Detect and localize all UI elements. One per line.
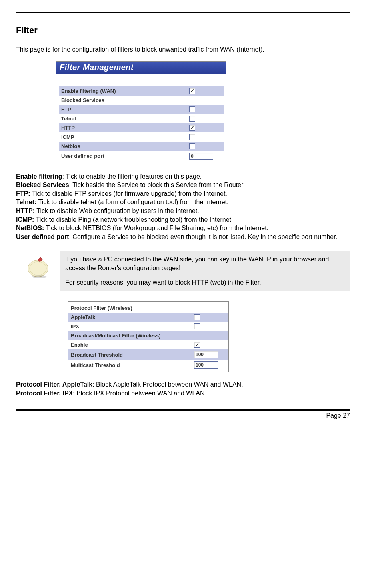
panel-row: Broadcast Threshold100 <box>68 349 228 360</box>
panel-row: Netbios <box>59 142 224 151</box>
panel-row: AppleTalk <box>68 313 228 322</box>
row-label: Enable <box>71 342 194 348</box>
definition-line: NetBIOS: Tick to block NETBIOS (for Work… <box>16 224 350 233</box>
note-callout: If you have a PC connected to the WAN si… <box>16 251 350 291</box>
text-input[interactable]: 100 <box>194 361 218 369</box>
checkbox[interactable] <box>189 116 195 122</box>
definition-line: Enable filtering: Tick to enable the fil… <box>16 172 350 181</box>
panel-row: User defined port0 <box>59 151 224 161</box>
checkbox[interactable] <box>194 323 200 329</box>
checkbox[interactable] <box>189 134 195 140</box>
panel-row: Blocked Services <box>59 96 224 105</box>
page-number: Page 27 <box>16 412 350 419</box>
note-paragraph-1: If you have a PC connected to the WAN si… <box>65 255 345 272</box>
row-label: ICMP <box>61 134 189 140</box>
definition-term: ICMP: <box>16 216 34 223</box>
definition-term: HTTP: <box>16 207 35 214</box>
definition-text: Tick to disable Web configuration by use… <box>35 207 199 214</box>
row-label: User defined port <box>61 153 189 159</box>
definition-text: Tick to disable Ping (a network troubles… <box>34 216 233 223</box>
definition-term: Blocked Services <box>16 181 69 188</box>
row-label: Netbios <box>61 143 189 149</box>
definition-text: Tick to disable telnet (a form of config… <box>36 199 228 205</box>
checkbox[interactable] <box>189 125 195 131</box>
panel-row: Multicast Threshold100 <box>68 360 228 370</box>
definition-term: NetBIOS: <box>16 225 44 231</box>
panel-row: Enable filtering (WAN) <box>59 86 224 96</box>
definition-term: Telnet: <box>16 199 36 205</box>
definition-text: : Configure a Service to be blocked even… <box>69 233 337 240</box>
definition-text: : Block IPX Protocol between WAN and WLA… <box>73 390 206 397</box>
definition-line: Protocol Filter. AppleTalk: Block AppleT… <box>16 380 350 389</box>
protocol-filter-panel: Protocol Filter (Wireless)AppleTalkIPXBr… <box>68 301 229 372</box>
definition-line: User defined port: Configure a Service t… <box>16 233 350 241</box>
pin-icon <box>16 251 60 281</box>
definition-text: Tick to block NETBIOS (for Workgroup and… <box>44 225 268 231</box>
panel-row: Enable <box>68 340 228 349</box>
row-label: HTTP <box>61 125 189 131</box>
definition-text: : Block AppleTalk Protocol between WAN a… <box>92 381 243 388</box>
checkbox[interactable] <box>189 143 195 149</box>
definition-line: ICMP: Tick to disable Ping (a network tr… <box>16 215 350 224</box>
panel-row: Protocol Filter (Wireless) <box>68 303 228 313</box>
row-label: Protocol Filter (Wireless) <box>71 305 226 311</box>
svg-point-0 <box>28 260 48 277</box>
row-label: Telnet <box>61 116 189 122</box>
checkbox[interactable] <box>194 342 200 348</box>
section-title: Filter <box>16 25 350 36</box>
definition-term: Protocol Filter. AppleTalk <box>16 381 92 388</box>
panel-header: Filter Management <box>56 62 226 74</box>
panel-row: HTTP <box>59 123 224 132</box>
panel-row: IPX <box>68 322 228 331</box>
definition-term: Protocol Filter. IPX <box>16 390 73 397</box>
text-input[interactable]: 100 <box>194 351 218 358</box>
row-label: Multicast Threshold <box>71 362 194 368</box>
row-label: Broadcast Threshold <box>71 352 194 358</box>
row-label: Broadcast/Multicast Filter (Wireless) <box>71 333 226 339</box>
row-label: Blocked Services <box>61 97 221 103</box>
filter-management-panel: Filter Management Enable filtering (WAN)… <box>56 61 226 164</box>
panel-row: Broadcast/Multicast Filter (Wireless) <box>68 331 228 340</box>
definition-line: HTTP: Tick to disable Web configuration … <box>16 207 350 215</box>
intro-text: This page is for the configuration of fi… <box>16 45 350 54</box>
checkbox[interactable] <box>189 106 195 112</box>
definition-line: Protocol Filter. IPX: Block IPX Protocol… <box>16 389 350 398</box>
definition-text: Tick to disable FTP services (for firmwa… <box>30 190 227 197</box>
definitions-block-2: Protocol Filter. AppleTalk: Block AppleT… <box>16 380 350 397</box>
definition-term: Enable filtering <box>16 173 62 180</box>
panel-row: Telnet <box>59 114 224 123</box>
definition-text: : Tick to enable the filtering features … <box>62 173 202 180</box>
panel-row: ICMP <box>59 132 224 142</box>
row-label: IPX <box>71 323 194 329</box>
row-label: FTP <box>61 106 189 112</box>
definitions-block-1: Enable filtering: Tick to enable the fil… <box>16 172 350 241</box>
definition-line: Telnet: Tick to disable telnet (a form o… <box>16 198 350 207</box>
definition-term: FTP: <box>16 190 30 197</box>
definition-line: Blocked Services: Tick beside the Servic… <box>16 181 350 189</box>
checkbox[interactable] <box>189 88 195 94</box>
note-paragraph-2: For security reasons, you may want to bl… <box>65 278 345 287</box>
definition-line: FTP: Tick to disable FTP services (for f… <box>16 189 350 198</box>
definition-term: User defined port <box>16 233 69 240</box>
svg-point-2 <box>32 275 46 278</box>
row-label: Enable filtering (WAN) <box>61 88 189 94</box>
panel-row: FTP <box>59 105 224 114</box>
row-label: AppleTalk <box>71 314 194 320</box>
text-input[interactable]: 0 <box>189 153 213 160</box>
checkbox[interactable] <box>194 314 200 320</box>
note-box: If you have a PC connected to the WAN si… <box>60 251 350 291</box>
definition-text: : Tick beside the Service to block this … <box>69 181 245 188</box>
